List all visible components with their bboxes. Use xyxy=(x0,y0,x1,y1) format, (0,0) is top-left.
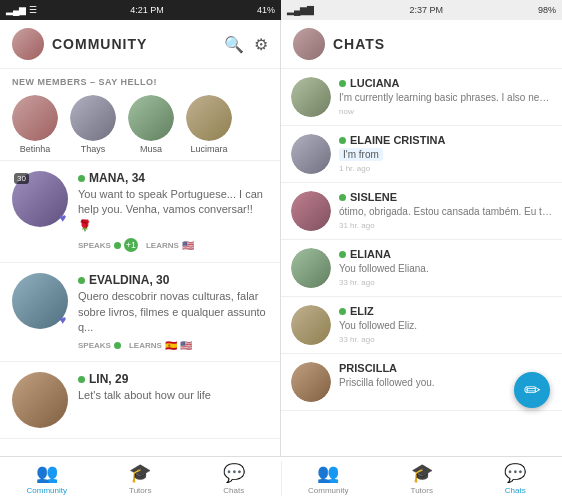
chat-content-eliz: ELIZ You followed Eliz. 33 hr. ago xyxy=(339,305,552,344)
new-members-section: NEW MEMBERS – SAY HELLO! Betinha Thays xyxy=(0,69,280,161)
member-lucimara[interactable]: Lucimara xyxy=(186,95,232,154)
feed-item-mana[interactable]: 30 ♥ MANA, 34 You want to speak Portugue… xyxy=(0,161,280,263)
online-dot-sislene xyxy=(339,194,346,201)
member-name-betinha: Betinha xyxy=(20,144,51,154)
feed-avatar-wrap-mana: 30 ♥ xyxy=(12,171,68,227)
nav-item-tutors[interactable]: 🎓 Tutors xyxy=(94,457,188,500)
chat-content-elaine: ELAINE CRISTINA I'm from 1 hr. ago xyxy=(339,134,552,173)
feed-content-lin: LIN, 29 Let's talk about how our life xyxy=(78,372,268,408)
nav-label-tutors: Tutors xyxy=(129,486,151,495)
chat-content-eliana: ELIANA You followed Eliana. 33 hr. ago xyxy=(339,248,552,287)
nav-label-community2: Community xyxy=(308,486,348,495)
online-dot-luciana xyxy=(339,80,346,87)
feed-tags-mana: SPEAKS +1 LEARNS 🇺🇸 xyxy=(78,238,268,252)
nav-item-chats[interactable]: 💬 Chats xyxy=(187,457,281,500)
member-name-musa: Musa xyxy=(140,144,162,154)
chat-highlight-elaine: I'm from xyxy=(339,148,383,161)
member-avatar-thays xyxy=(70,95,116,141)
online-indicator-lin xyxy=(78,376,85,383)
chats-nav-icon: 💬 xyxy=(223,462,245,484)
chat-item-sislene[interactable]: SISLENE ótimo, obrigada. Estou cansada t… xyxy=(281,183,562,240)
new-members-row: Betinha Thays Musa xyxy=(12,95,268,154)
chat-name-eliz: ELIZ xyxy=(350,305,374,317)
learns-flag-evaldina: 🇪🇸 🇺🇸 xyxy=(165,340,192,351)
feed-name-mana: MANA, 34 xyxy=(89,171,145,185)
chats-title: CHATS xyxy=(333,36,550,52)
search-icon[interactable]: 🔍 xyxy=(224,35,244,54)
feed-item-evaldina[interactable]: ♥ EVALDINA, 30 Quero descobrir novas cul… xyxy=(0,263,280,362)
feed-content-mana: MANA, 34 You want to speak Portuguese...… xyxy=(78,171,268,252)
feed-name-lin: LIN, 29 xyxy=(89,372,128,386)
right-signal: ▂▄▆▇ xyxy=(287,5,314,15)
chat-time-sislene: 31 hr. ago xyxy=(339,221,552,230)
left-time: 4:21 PM xyxy=(130,5,164,15)
tutors-nav-icon: 🎓 xyxy=(129,462,151,484)
heart-icon-evaldina: ♥ xyxy=(59,313,66,327)
nav-label-chats: Chats xyxy=(223,486,244,495)
chats-header: CHATS xyxy=(281,20,562,69)
chat-avatar-eliz xyxy=(291,305,331,345)
chat-name-eliana: ELIANA xyxy=(350,248,391,260)
right-time: 2:37 PM xyxy=(409,5,443,15)
nav-item-tutors2[interactable]: 🎓 Tutors xyxy=(375,457,469,500)
learns-flag-mana: 🇺🇸 xyxy=(182,240,194,251)
chat-msg-eliana: You followed Eliana. xyxy=(339,262,552,276)
nav-item-community[interactable]: 👥 Community xyxy=(0,457,94,500)
chat-time-luciana: now xyxy=(339,107,552,116)
heart-icon-mana: ♥ xyxy=(59,211,66,225)
chat-avatar-sislene xyxy=(291,191,331,231)
member-avatar-musa xyxy=(128,95,174,141)
right-status-bar: ▂▄▆▇ 2:37 PM 98% xyxy=(281,0,562,20)
chat-item-luciana[interactable]: LUCIANA I'm currently learning basic phr… xyxy=(281,69,562,126)
feed-item-lin[interactable]: LIN, 29 Let's talk about how our life xyxy=(0,362,280,439)
learns-label-mana: LEARNS xyxy=(146,241,179,250)
chat-time-eliana: 33 hr. ago xyxy=(339,278,552,287)
right-battery-icons: 98% xyxy=(538,5,556,15)
feed-text-evaldina: Quero descobrir novas culturas, falar so… xyxy=(78,289,268,335)
speaks-label-evaldina: SPEAKS xyxy=(78,341,111,350)
chat-item-elaine[interactable]: ELAINE CRISTINA I'm from 1 hr. ago xyxy=(281,126,562,183)
online-dot-elaine xyxy=(339,137,346,144)
chat-name-luciana: LUCIANA xyxy=(350,77,400,89)
tutors2-nav-icon: 🎓 xyxy=(411,462,433,484)
nav-label-tutors2: Tutors xyxy=(411,486,433,495)
member-thays[interactable]: Thays xyxy=(70,95,116,154)
chats2-nav-icon: 💬 xyxy=(504,462,526,484)
community2-nav-icon: 👥 xyxy=(317,462,339,484)
filter-icon[interactable]: ⚙ xyxy=(254,35,268,54)
member-musa[interactable]: Musa xyxy=(128,95,174,154)
chat-content-sislene: SISLENE ótimo, obrigada. Estou cansada t… xyxy=(339,191,552,230)
community-title: COMMUNITY xyxy=(52,36,216,52)
speaks-dot-evaldina xyxy=(114,342,121,349)
chat-time-eliz: 33 hr. ago xyxy=(339,335,552,344)
chat-name-elaine: ELAINE CRISTINA xyxy=(350,134,445,146)
chat-msg-eliz: You followed Eliz. xyxy=(339,319,552,333)
speaks-dot-mana xyxy=(114,242,121,249)
chat-avatar-priscilla xyxy=(291,362,331,402)
feed-content-evaldina: EVALDINA, 30 Quero descobrir novas cultu… xyxy=(78,273,268,351)
left-status-bar: ▂▄▆ ☰ 4:21 PM 41% xyxy=(0,0,281,20)
chat-avatar-luciana xyxy=(291,77,331,117)
community-header: COMMUNITY 🔍 ⚙ xyxy=(0,20,280,69)
feed-text-mana: You want to speak Portuguese... I can he… xyxy=(78,187,268,233)
compose-fab[interactable]: ✏ xyxy=(514,372,550,408)
chat-name-priscilla: PRISCILLA xyxy=(339,362,397,374)
speaks-plus-mana[interactable]: +1 xyxy=(124,238,138,252)
chat-item-eliana[interactable]: ELIANA You followed Eliana. 33 hr. ago xyxy=(281,240,562,297)
left-signal: ▂▄▆ ☰ xyxy=(6,5,37,15)
member-name-thays: Thays xyxy=(81,144,106,154)
feed-tags-evaldina: SPEAKS LEARNS 🇪🇸 🇺🇸 xyxy=(78,340,268,351)
chat-item-eliz[interactable]: ELIZ You followed Eliz. 33 hr. ago xyxy=(281,297,562,354)
chat-content-luciana: LUCIANA I'm currently learning basic phr… xyxy=(339,77,552,116)
chat-msg-luciana: I'm currently learning basic phrases. I … xyxy=(339,91,552,105)
nav-item-chats2[interactable]: 💬 Chats xyxy=(469,457,563,500)
chat-time-elaine: 1 hr. ago xyxy=(339,164,552,173)
community-nav-icon: 👥 xyxy=(36,462,58,484)
nav-item-community2[interactable]: 👥 Community xyxy=(282,457,376,500)
nav-label-chats2: Chats xyxy=(505,486,526,495)
chat-name-sislene: SISLENE xyxy=(350,191,397,203)
feed-avatar-lin xyxy=(12,372,68,428)
member-betinha[interactable]: Betinha xyxy=(12,95,58,154)
left-battery-icons: 41% xyxy=(257,5,275,15)
community-feed: 30 ♥ MANA, 34 You want to speak Portugue… xyxy=(0,161,280,456)
